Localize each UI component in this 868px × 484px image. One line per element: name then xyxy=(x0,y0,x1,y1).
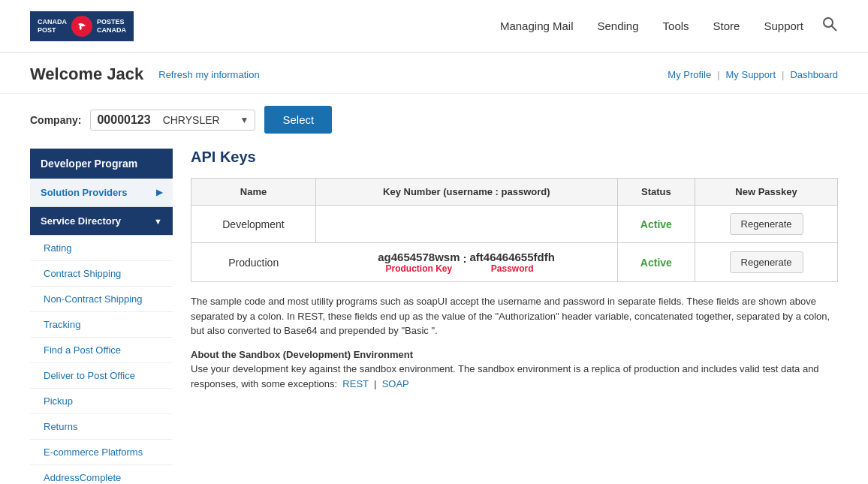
company-selector[interactable]: 00000123 CHRYSLER ▼ xyxy=(90,110,255,131)
sandbox-title: About the Sandbox (Development) Environm… xyxy=(191,349,413,360)
logo-text-canada: CANADA xyxy=(38,18,67,26)
my-support-link[interactable]: My Support xyxy=(726,69,776,80)
my-profile-link[interactable]: My Profile xyxy=(668,69,711,80)
sidebar-item-label: Service Directory xyxy=(41,215,121,227)
nav-tools[interactable]: Tools xyxy=(663,20,689,32)
welcome-text: Welcome Jack xyxy=(30,65,143,84)
prod-regenerate-button[interactable]: Regenerate xyxy=(730,251,803,273)
key-separator: : xyxy=(463,251,466,265)
table-row-production: Production ag4654578wsm Production Key :… xyxy=(191,243,838,282)
search-button[interactable] xyxy=(821,16,838,36)
production-password-label: Password xyxy=(469,263,554,274)
info-text: The sample code and most utility program… xyxy=(191,294,838,391)
dev-key-cell xyxy=(315,206,617,243)
sidebar-sub-find-post-office[interactable]: Find a Post Office xyxy=(30,338,173,363)
sidebar: Developer Program Solution Providers ▶ S… xyxy=(30,149,173,484)
user-links: My Profile | My Support | Dashboard xyxy=(668,69,838,80)
logo-text-post: POST xyxy=(38,26,67,35)
col-name: Name xyxy=(191,179,316,206)
logo-text-canada2: CANADA xyxy=(97,26,126,35)
sidebar-sub-returns[interactable]: Returns xyxy=(30,414,173,440)
nav-managing-mail[interactable]: Managing Mail xyxy=(500,20,574,32)
sidebar-sub-non-contract-shipping[interactable]: Non-Contract Shipping xyxy=(30,287,173,312)
sidebar-sub-ecommerce[interactable]: E-commerce Platforms xyxy=(30,440,173,465)
sidebar-sub-rating[interactable]: Rating xyxy=(30,236,173,261)
company-label: Company: xyxy=(30,114,81,126)
sandbox-text: Use your development key against the san… xyxy=(191,363,819,389)
sidebar-item-service-directory[interactable]: Service Directory ▼ xyxy=(30,207,173,236)
select-button[interactable]: Select xyxy=(264,106,332,134)
nav-sending[interactable]: Sending xyxy=(598,20,639,32)
prod-status-cell: Active xyxy=(617,243,695,282)
company-name: CHRYSLER xyxy=(163,114,240,126)
production-key-label: Production Key xyxy=(378,263,460,274)
prod-key-cell: ag4654578wsm Production Key : aft4646465… xyxy=(315,243,617,282)
welcome-bar: Welcome Jack Refresh my information My P… xyxy=(0,53,868,94)
col-status: Status xyxy=(617,179,695,206)
dev-status-cell: Active xyxy=(617,206,695,243)
prod-name-cell: Production xyxy=(191,243,316,282)
dashboard-link[interactable]: Dashboard xyxy=(790,69,838,80)
main-nav: Managing Mail Sending Tools Store Suppor… xyxy=(500,20,821,32)
chevron-right-icon: ▶ xyxy=(156,188,162,197)
sandbox-sep: | xyxy=(374,378,376,389)
svg-point-1 xyxy=(824,18,833,27)
chevron-down-icon: ▼ xyxy=(240,115,249,125)
dev-name-cell: Development xyxy=(191,206,316,243)
main-content: Developer Program Solution Providers ▶ S… xyxy=(0,149,868,484)
logo-bird-icon xyxy=(71,16,92,37)
company-row: Company: 00000123 CHRYSLER ▼ Select xyxy=(0,94,868,149)
sidebar-item-label: Solution Providers xyxy=(41,187,128,198)
sidebar-sub-tracking[interactable]: Tracking xyxy=(30,312,173,338)
sandbox-soap-link[interactable]: SOAP xyxy=(382,378,409,389)
nav-store[interactable]: Store xyxy=(713,20,740,32)
canada-post-logo: CANADA POST POSTES CANADA xyxy=(30,11,134,41)
dev-status-badge: Active xyxy=(640,218,672,230)
production-username: ag4654578wsm xyxy=(378,251,460,263)
api-keys-title: API Keys xyxy=(191,149,838,166)
refresh-link[interactable]: Refresh my information xyxy=(158,69,259,80)
info-paragraph: The sample code and most utility program… xyxy=(191,294,838,338)
table-row-development: Development Active Regenerate xyxy=(191,206,838,243)
production-password: aft46464655fdfh xyxy=(469,251,554,263)
api-keys-area: API Keys Name Key Number (username : pas… xyxy=(191,149,838,391)
prod-regen-cell: Regenerate xyxy=(695,243,838,282)
logo-text-postes: POSTES xyxy=(97,18,126,26)
logo-area: CANADA POST POSTES CANADA xyxy=(30,11,134,41)
chevron-down-icon: ▼ xyxy=(154,217,162,226)
sidebar-sub-pickup[interactable]: Pickup xyxy=(30,389,173,414)
dev-regenerate-button[interactable]: Regenerate xyxy=(730,213,803,235)
svg-line-2 xyxy=(832,26,837,32)
col-new-passkey: New Passkey xyxy=(695,179,838,206)
prod-status-badge: Active xyxy=(640,257,672,269)
sidebar-item-solution-providers[interactable]: Solution Providers ▶ xyxy=(30,179,173,207)
sidebar-sub-contract-shipping[interactable]: Contract Shipping xyxy=(30,261,173,287)
sidebar-sub-address-complete[interactable]: AddressComplete xyxy=(30,465,173,484)
api-keys-table: Name Key Number (username : password) St… xyxy=(191,178,838,282)
company-number: 00000123 xyxy=(97,113,150,127)
sidebar-sub-deliver-to-post-office[interactable]: Deliver to Post Office xyxy=(30,363,173,389)
nav-support[interactable]: Support xyxy=(764,20,803,32)
sep2: | xyxy=(782,69,784,80)
col-key-number: Key Number (username : password) xyxy=(315,179,617,206)
top-header: CANADA POST POSTES CANADA Managing Mail … xyxy=(0,0,868,53)
sandbox-paragraph: About the Sandbox (Development) Environm… xyxy=(191,347,838,392)
sidebar-header: Developer Program xyxy=(30,149,173,179)
dev-regen-cell: Regenerate xyxy=(695,206,838,243)
sep1: | xyxy=(717,69,719,80)
sidebar-sub-items: Rating Contract Shipping Non-Contract Sh… xyxy=(30,236,173,484)
sandbox-rest-link[interactable]: REST xyxy=(342,378,368,389)
